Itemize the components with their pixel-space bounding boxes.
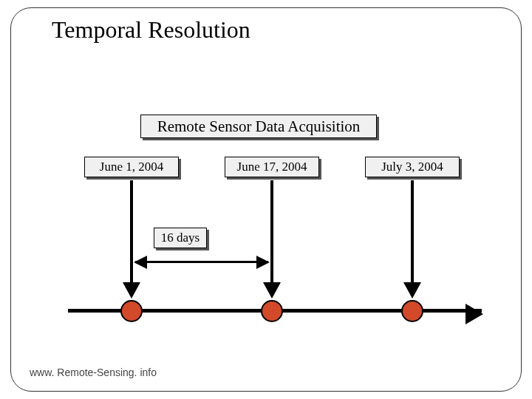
slide-title: Temporal Resolution xyxy=(52,16,250,44)
double-arrow-icon xyxy=(135,261,268,263)
down-arrow-icon xyxy=(411,180,414,296)
down-arrow-icon xyxy=(130,180,133,296)
header-box: Remote Sensor Data Acquisition xyxy=(140,115,377,138)
timeline-dot xyxy=(120,300,143,322)
slide-frame xyxy=(10,7,522,392)
footer-text: www. Remote-Sensing. info xyxy=(30,366,157,378)
down-arrow-icon xyxy=(270,180,273,296)
date-box-3: July 3, 2004 xyxy=(365,157,460,177)
timeline-dot xyxy=(401,300,423,322)
interval-box: 16 days xyxy=(154,228,207,248)
slide: Temporal Resolution Remote Sensor Data A… xyxy=(0,0,532,399)
right-arrowhead-icon xyxy=(466,304,483,324)
date-box-1: June 1, 2004 xyxy=(84,157,179,177)
timeline-dot xyxy=(261,300,283,322)
date-box-2: June 17, 2004 xyxy=(225,157,319,177)
